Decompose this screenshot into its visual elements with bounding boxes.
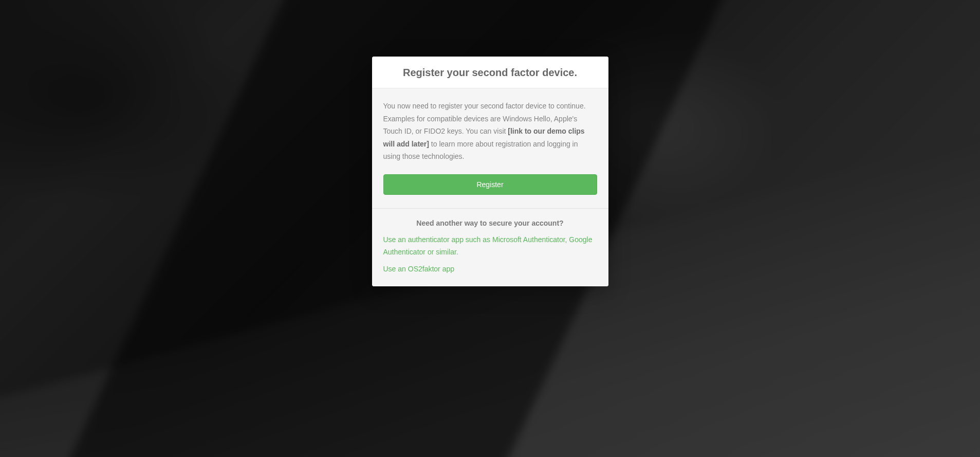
modal-header: Register your second factor device.: [372, 57, 608, 88]
os2faktor-app-link[interactable]: Use an OS2faktor app: [383, 263, 597, 276]
register-button[interactable]: Register: [383, 174, 597, 195]
description-text: You now need to register your second fac…: [383, 100, 597, 163]
footer-heading: Need another way to secure your account?: [383, 219, 597, 227]
modal-footer: Need another way to secure your account?…: [372, 208, 608, 287]
modal-body: You now need to register your second fac…: [372, 88, 608, 208]
authenticator-app-link[interactable]: Use an authenticator app such as Microso…: [383, 233, 597, 259]
register-modal: Register your second factor device. You …: [372, 57, 608, 286]
modal-title: Register your second factor device.: [383, 67, 597, 79]
